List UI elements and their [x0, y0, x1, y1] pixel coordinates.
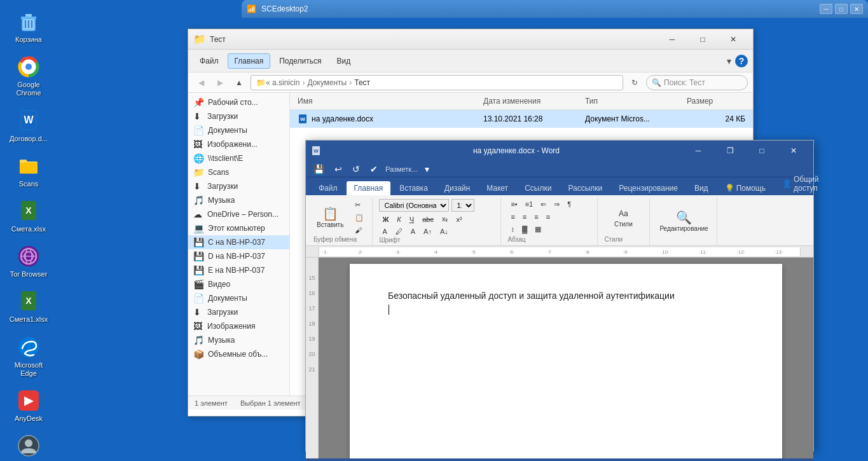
- word-maximize-btn[interactable]: □: [747, 142, 776, 160]
- col-date[interactable]: Дата изменения: [481, 94, 582, 108]
- word-align-right-btn[interactable]: ≡: [531, 212, 541, 222]
- help-btn[interactable]: ?: [735, 55, 748, 67]
- sidebar-item-tsclient[interactable]: 🌐 \\tsclient\E: [188, 151, 289, 165]
- word-page[interactable]: Безопасный удаленный доступ и защита уда…: [350, 264, 782, 458]
- word-highlight-btn[interactable]: 🖊: [392, 226, 406, 237]
- word-minimize-btn[interactable]: ─: [684, 142, 713, 160]
- explorer-minimize-btn[interactable]: ─: [658, 31, 687, 48]
- word-undo-icon[interactable]: ↩: [332, 163, 345, 175]
- word-tab-design[interactable]: Дизайн: [437, 181, 478, 195]
- sce-maximize-btn[interactable]: □: [835, 4, 848, 14]
- word-font-color-btn[interactable]: A: [379, 226, 390, 237]
- word-save-icon[interactable]: 💾: [311, 163, 327, 175]
- word-border-btn[interactable]: ▦: [532, 224, 544, 235]
- word-tab-file[interactable]: Файл: [311, 181, 345, 195]
- word-tab-help[interactable]: 💡 Помощь: [717, 181, 773, 195]
- sidebar-item-downloads2[interactable]: ⬇ Загрузки: [188, 179, 289, 193]
- word-underline-btn[interactable]: Ч: [406, 214, 417, 224]
- word-tab-review[interactable]: Рецензирование: [611, 181, 685, 195]
- desktop-icon-staffcop[interactable]: Staffcop Tagger: [3, 430, 54, 461]
- nav-back-btn[interactable]: ◀: [193, 75, 209, 90]
- sidebar-item-scans[interactable]: 📁 Scans: [188, 165, 289, 179]
- font-name-select[interactable]: Calibri (Основная те...: [379, 199, 449, 212]
- desktop-icon-tor-browser[interactable]: Tor Browser: [3, 241, 54, 281]
- refresh-btn[interactable]: ↻: [627, 75, 642, 90]
- word-superscript-btn[interactable]: x²: [453, 214, 465, 224]
- word-align-left-btn[interactable]: ≡: [507, 212, 518, 222]
- word-tab-layout[interactable]: Макет: [479, 181, 516, 195]
- sidebar-item-images[interactable]: 🖼 Изображени...: [188, 137, 289, 151]
- expand-ribbon-btn[interactable]: ▾: [723, 56, 735, 66]
- word-paste-btn[interactable]: 📋 Вставить: [313, 205, 347, 230]
- word-spacing-btn[interactable]: ↕: [507, 224, 518, 235]
- word-bold-btn[interactable]: Ж: [379, 214, 392, 224]
- desktop-icon-recycle-bin[interactable]: Корзина: [3, 6, 54, 46]
- explorer-maximize-btn[interactable]: □: [688, 31, 717, 48]
- word-qa-dropdown[interactable]: ▾: [422, 163, 432, 175]
- word-close-btn[interactable]: ✕: [779, 142, 808, 160]
- word-font-size-up-btn[interactable]: A↑: [420, 226, 435, 237]
- explorer-tab-view[interactable]: Вид: [330, 54, 357, 68]
- word-tab-share[interactable]: 👤 Общий доступ: [775, 172, 827, 195]
- word-numlist-btn[interactable]: ≡1: [522, 199, 537, 210]
- word-subscript-btn[interactable]: x₂: [439, 214, 451, 224]
- word-text-effect-btn[interactable]: A: [408, 226, 418, 237]
- word-redo-icon[interactable]: ↺: [350, 163, 362, 175]
- sidebar-item-computer[interactable]: 💻 Этот компьютер: [188, 221, 289, 235]
- word-tab-refs[interactable]: Ссылки: [517, 181, 559, 195]
- word-format-paint-btn[interactable]: 🖌: [352, 225, 367, 235]
- word-indent-dec-btn[interactable]: ⇐: [537, 199, 549, 210]
- nav-up-btn[interactable]: ▲: [231, 75, 247, 90]
- sidebar-item-drive-e[interactable]: 💾 Е на NB-HP-037: [188, 263, 289, 277]
- sidebar-item-3d[interactable]: 📦 Объемные объ...: [188, 347, 289, 361]
- desktop-icon-scans[interactable]: Scans: [3, 151, 54, 191]
- col-name[interactable]: Имя: [295, 94, 481, 108]
- word-copy-btn[interactable]: 📋: [352, 212, 367, 223]
- word-shading-btn[interactable]: ▓: [519, 224, 530, 235]
- sce-minimize-btn[interactable]: ─: [820, 4, 832, 14]
- desktop-icon-anydesk[interactable]: ▶ AnyDesk: [3, 385, 54, 425]
- sidebar-item-documents[interactable]: 📄 Документы: [188, 123, 289, 137]
- search-bar[interactable]: 🔍 Поиск: Тест: [646, 75, 748, 90]
- desktop-icon-dogovor[interactable]: W Договор.d...: [3, 106, 54, 146]
- sidebar-item-drive-d[interactable]: 💾 D на NB-HP-037: [188, 249, 289, 263]
- word-page-container[interactable]: Безопасный удаленный доступ и защита уда…: [319, 258, 813, 458]
- desktop-icon-edge[interactable]: Microsoft Edge: [3, 332, 54, 380]
- word-font-size-dn-btn[interactable]: A↓: [437, 226, 451, 237]
- word-italic-btn[interactable]: К: [394, 214, 404, 224]
- file-row[interactable]: W на удаленке.docx 13.10.2021 16:28 Доку…: [290, 110, 753, 128]
- sidebar-item-music[interactable]: 🎵 Музыка: [188, 193, 289, 207]
- address-bar[interactable]: 📁 « a.sinicin › Документы › Тест: [251, 75, 623, 90]
- word-editing-btn[interactable]: 🔍 Редактирование: [656, 209, 711, 234]
- word-styles-btn[interactable]: Aa Стили: [604, 206, 642, 230]
- explorer-close-btn[interactable]: ✕: [719, 31, 748, 48]
- explorer-tab-file[interactable]: Файл: [193, 54, 225, 68]
- sidebar-item-docs2[interactable]: 📄 Документы: [188, 291, 289, 305]
- col-size[interactable]: Размер: [684, 94, 748, 108]
- font-size-select[interactable]: 11: [451, 199, 474, 212]
- desktop-icon-smeta1-xlsx[interactable]: X Смета1.xlsx: [3, 286, 54, 326]
- sidebar-item-images2[interactable]: 🖼 Изображения: [188, 319, 289, 333]
- word-tab-mailings[interactable]: Рассылки: [560, 181, 610, 195]
- word-check-icon[interactable]: ✔: [368, 163, 380, 175]
- word-pilcrow-btn[interactable]: ¶: [564, 199, 574, 210]
- desktop-icon-smeta-xlsx[interactable]: X Смета.xlsx: [3, 196, 54, 236]
- word-indent-inc-btn[interactable]: ⇒: [551, 199, 563, 210]
- sidebar-item-video[interactable]: 🎬 Видео: [188, 277, 289, 291]
- explorer-tab-home[interactable]: Главная: [228, 53, 271, 69]
- sidebar-item-downloads[interactable]: ⬇ Загрузки: [188, 109, 289, 123]
- word-align-center-btn[interactable]: ≡: [520, 212, 530, 222]
- explorer-tab-share[interactable]: Поделиться: [273, 54, 327, 68]
- sidebar-item-onedrive[interactable]: ☁ OneDrive – Person...: [188, 207, 289, 221]
- sidebar-item-desktop[interactable]: 📌 Рабочий сто...: [188, 95, 289, 109]
- word-list-btn[interactable]: ≡•: [507, 199, 520, 210]
- word-tab-view[interactable]: Вид: [687, 181, 716, 195]
- sidebar-item-downloads3[interactable]: ⬇ Загрузки: [188, 305, 289, 319]
- desktop-icon-google-chrome[interactable]: Google Chrome: [3, 52, 54, 100]
- word-cut-btn[interactable]: ✂: [352, 200, 367, 210]
- sce-close-btn[interactable]: ✕: [850, 4, 863, 14]
- word-tab-home[interactable]: Главная: [347, 181, 391, 195]
- word-align-justify-btn[interactable]: ≡: [543, 212, 553, 222]
- word-tab-insert[interactable]: Вставка: [392, 181, 436, 195]
- nav-forward-btn[interactable]: ▶: [212, 75, 228, 90]
